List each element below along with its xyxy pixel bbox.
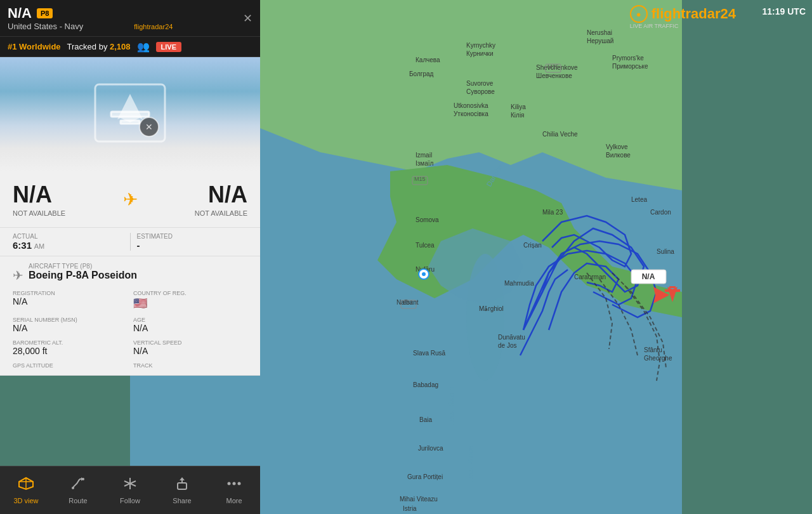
svg-text:Lacul Sinoe: Lacul Sinoe: [466, 446, 474, 483]
info-grid: REGISTRATION N/A COUNTRY OF REG. 🇺🇸 SERI…: [13, 290, 247, 369]
route-icon: [70, 477, 86, 494]
svg-text:Kiliya: Kiliya: [511, 103, 526, 110]
country-field: COUNTRY OF REG. 🇺🇸: [133, 290, 247, 310]
follow-icon: [122, 477, 138, 494]
fr24-watermark: flightradar24: [134, 23, 173, 30]
svg-text:Mila 23: Mila 23: [542, 209, 563, 216]
svg-rect-72: [121, 121, 140, 124]
svg-text:Chilia Veche: Chilia Veche: [542, 131, 578, 138]
photo-area[interactable]: ✕: [0, 57, 260, 171]
svg-marker-70: [117, 94, 143, 122]
registration-field: REGISTRATION N/A: [13, 290, 127, 310]
svg-text:Курнички: Курнички: [466, 50, 494, 57]
svg-text:Gura Portiței: Gura Portiței: [407, 473, 443, 480]
svg-text:Gheorghe: Gheorghe: [644, 355, 672, 362]
svg-text:Slava Rusă: Slava Rusă: [413, 350, 446, 357]
svg-text:Cardon: Cardon: [650, 209, 671, 216]
svg-text:Dunăvatu: Dunăvatu: [498, 334, 525, 341]
aircraft-info-section: ✈ AIRCRAFT TYPE (P8) Boeing P-8A Poseido…: [0, 256, 260, 376]
actual-ampm: AM: [34, 242, 45, 250]
svg-rect-66: [669, 286, 676, 288]
svg-text:Вилкове: Вилкове: [606, 152, 631, 159]
svg-text:Mǎrghiol: Mǎrghiol: [479, 305, 504, 312]
svg-text:Sulina: Sulina: [657, 248, 674, 255]
svg-text:Утконосівка: Утконосівка: [454, 110, 488, 117]
nav-3d-label: 3D view: [13, 497, 38, 504]
svg-text:Caraorman: Caraorman: [574, 273, 606, 280]
flight-id: N/A: [8, 5, 32, 22]
svg-text:Lacul Razim: Lacul Razim: [447, 386, 455, 425]
aircraft-type-icon: ✈: [13, 268, 23, 283]
svg-point-78: [72, 487, 74, 489]
flight-direction-icon: ✈: [123, 189, 138, 210]
people-icon: 👥: [137, 41, 150, 53]
flight-details: N/A NOT AVAILABLE ✈ N/A NOT AVAILABLE AC…: [0, 171, 260, 376]
nav-3d-view[interactable]: 3D view: [0, 466, 52, 514]
svg-text:Vylkove: Vylkove: [606, 143, 628, 150]
svg-text:Нерушай: Нерушай: [587, 37, 613, 44]
nav-more[interactable]: More: [208, 466, 260, 514]
svg-text:Mihai Viteazu: Mihai Viteazu: [400, 496, 438, 503]
gps-alt-field: GPS ALTITUDE: [13, 362, 127, 369]
aircraft-type-label: AIRCRAFT TYPE (P8): [29, 263, 137, 270]
svg-text:Jurilovca: Jurilovca: [418, 445, 443, 452]
svg-point-87: [228, 482, 231, 485]
nav-route[interactable]: Route: [52, 466, 104, 514]
svg-text:Prymors'ke: Prymors'ke: [612, 55, 644, 62]
svg-point-88: [233, 482, 236, 485]
svg-text:Tulcea: Tulcea: [416, 242, 435, 249]
svg-text:✕: ✕: [145, 122, 153, 132]
track-field: TRACK: [133, 362, 247, 369]
time-row: ACTUAL 6:31 AM ESTIMATED -: [0, 228, 260, 256]
svg-text:Болград: Болград: [409, 70, 434, 77]
actual-label: ACTUAL: [13, 233, 124, 240]
svg-text:N/A: N/A: [642, 272, 655, 281]
close-button[interactable]: ✕: [243, 11, 252, 25]
svg-text:Sfântu: Sfântu: [644, 346, 662, 353]
country-flag: 🇺🇸: [133, 296, 247, 310]
tracking-bar: #1 Worldwide Tracked by 2,108 👥 LIVE: [0, 37, 260, 57]
svg-text:Baia: Baia: [419, 416, 432, 423]
airline-name: United States - Navy: [8, 22, 83, 31]
svg-text:Nalbant: Nalbant: [396, 299, 419, 306]
dest-code: N/A: [195, 181, 247, 208]
estimated-label: ESTIMATED: [137, 233, 248, 240]
fr24-brand: ● flightradar24 LIVE AIR TRAFFIC: [630, 5, 736, 29]
svg-marker-86: [180, 477, 185, 480]
aircraft-type-value: Boeing P-8A Poseidon: [29, 270, 137, 281]
svg-text:Суворове: Суворове: [466, 88, 495, 95]
live-badge: LIVE: [156, 42, 181, 52]
age-field: AGE N/A: [133, 317, 247, 333]
panel-header: N/A P8 United States - Navy flightradar2…: [0, 0, 260, 37]
svg-text:Шевченкове: Шевченкове: [536, 72, 572, 79]
svg-text:Letea: Letea: [631, 196, 647, 203]
svg-point-62: [422, 272, 426, 276]
dest-label: NOT AVAILABLE: [195, 209, 247, 217]
svg-text:Somova: Somova: [416, 216, 439, 223]
nav-more-label: More: [226, 497, 242, 504]
nav-share[interactable]: Share: [156, 466, 208, 514]
origin-code: N/A: [13, 181, 65, 208]
origin-dest-row: N/A NOT AVAILABLE ✈ N/A NOT AVAILABLE: [0, 171, 260, 228]
svg-rect-71: [111, 112, 149, 117]
svg-text:Ізмаїл: Ізмаїл: [416, 160, 434, 167]
time-display: 11:19 UTC: [763, 6, 806, 16]
svg-text:Istria: Istria: [403, 505, 417, 512]
origin-label: NOT AVAILABLE: [13, 209, 65, 217]
nav-follow[interactable]: Follow: [104, 466, 156, 514]
svg-text:Nerushai: Nerushai: [587, 29, 612, 36]
fr24-subtitle: LIVE AIR TRAFFIC: [630, 23, 679, 29]
svg-text:Приморське: Приморське: [612, 63, 648, 70]
tracked-text: Tracked by 2,108: [67, 42, 131, 51]
svg-text:de Jos: de Jos: [498, 342, 516, 349]
bottom-nav: 3D view Route Follow: [0, 466, 260, 514]
svg-text:Kyrnychky: Kyrnychky: [466, 42, 495, 49]
svg-point-89: [238, 482, 241, 485]
estimated-time: -: [137, 240, 248, 251]
share-icon: [174, 477, 190, 494]
3d-view-icon: [18, 477, 34, 494]
vert-speed-field: VERTICAL SPEED N/A: [133, 339, 247, 356]
nav-share-label: Share: [173, 497, 191, 504]
rank-badge: #1 Worldwide: [8, 42, 61, 51]
svg-rect-84: [178, 483, 187, 489]
